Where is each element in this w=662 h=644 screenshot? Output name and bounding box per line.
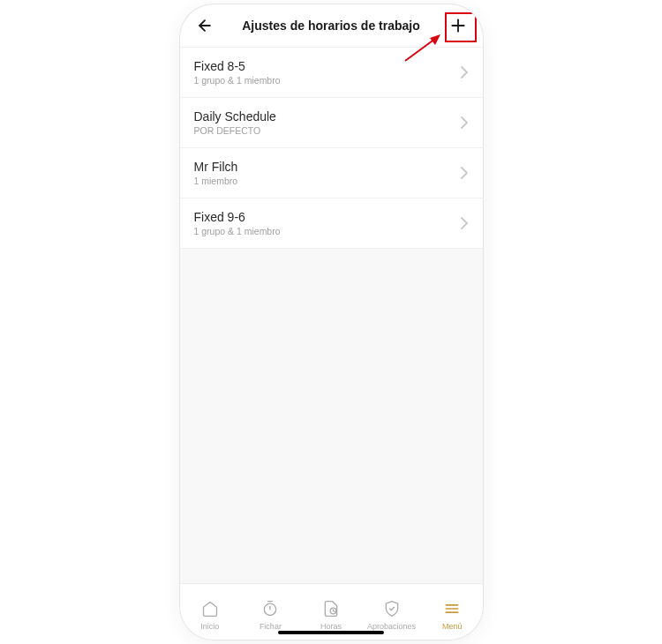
schedule-title: Fixed 8-5 xyxy=(194,59,281,73)
schedule-list: Fixed 8-5 1 grupo & 1 miembro Daily Sche… xyxy=(180,47,483,583)
header: Ajustes de horarios de trabajo xyxy=(180,4,483,47)
schedule-title: Fixed 9-6 xyxy=(194,210,281,224)
schedule-text: Fixed 9-6 1 grupo & 1 miembro xyxy=(194,210,281,236)
add-button[interactable] xyxy=(446,13,470,38)
chevron-right-icon xyxy=(460,217,469,229)
schedule-title: Mr Filch xyxy=(194,160,238,174)
schedule-text: Fixed 8-5 1 grupo & 1 miembro xyxy=(194,59,281,86)
schedule-subtitle: 1 grupo & 1 miembro xyxy=(194,75,281,86)
schedule-subtitle: 1 grupo & 1 miembro xyxy=(194,226,281,236)
plus-icon xyxy=(449,17,467,34)
svg-line-10 xyxy=(333,610,335,611)
schedule-subtitle: POR DEFECTO xyxy=(194,125,276,136)
phone-frame: Ajustes de horarios de trabajo Fixed 8-5… xyxy=(180,4,483,640)
nav-label: Aprobaciones xyxy=(367,622,416,631)
schedule-text: Mr Filch 1 miembro xyxy=(194,160,238,186)
arrow-left-icon xyxy=(196,17,214,34)
schedule-text: Daily Schedule POR DEFECTO xyxy=(194,109,276,136)
chevron-right-icon xyxy=(460,167,469,179)
schedule-title: Daily Schedule xyxy=(194,109,276,124)
schedule-subtitle: 1 miembro xyxy=(194,176,238,186)
menu-icon xyxy=(442,599,462,618)
nav-label: Fichar xyxy=(260,622,282,631)
nav-label: Menú xyxy=(442,622,463,631)
nav-label: Horas xyxy=(320,622,342,631)
timer-icon xyxy=(260,599,280,618)
nav-menu[interactable]: Menú xyxy=(422,584,483,640)
home-icon xyxy=(200,599,220,618)
chevron-right-icon xyxy=(460,66,469,79)
schedule-item[interactable]: Fixed 9-6 1 grupo & 1 miembro xyxy=(180,198,483,249)
back-button[interactable] xyxy=(192,13,217,38)
home-indicator xyxy=(278,631,384,634)
shield-icon xyxy=(382,599,402,618)
nav-home[interactable]: Inicio xyxy=(180,584,241,640)
hours-icon xyxy=(321,599,341,618)
page-title: Ajustes de horarios de trabajo xyxy=(242,19,420,33)
schedule-item[interactable]: Fixed 8-5 1 grupo & 1 miembro xyxy=(180,47,483,98)
nav-label: Inicio xyxy=(200,622,219,631)
chevron-right-icon xyxy=(460,116,469,129)
schedule-item[interactable]: Mr Filch 1 miembro xyxy=(180,148,483,198)
schedule-item[interactable]: Daily Schedule POR DEFECTO xyxy=(180,98,483,148)
